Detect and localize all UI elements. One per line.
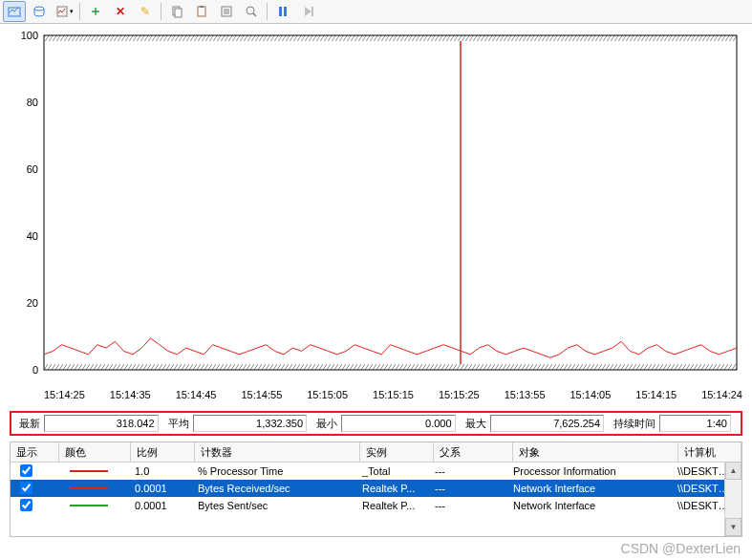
view-current-activity-button[interactable]: [3, 1, 26, 22]
svg-rect-2: [57, 7, 67, 16]
delete-counter-button[interactable]: ✕: [109, 1, 132, 22]
cell-counter: % Processor Time: [192, 465, 356, 477]
main-area: 020406080100 15:14:2515:14:3515:14:4515:…: [0, 24, 752, 537]
header-parent[interactable]: 父系: [434, 442, 513, 462]
show-checkbox[interactable]: [20, 499, 32, 511]
x-tick-label: 15:14:25: [44, 389, 85, 400]
cell-object: Network Interface: [507, 500, 672, 511]
svg-rect-17: [44, 35, 737, 41]
table-row[interactable]: 0.0001Bytes Received/secRealtek P...---N…: [11, 480, 741, 497]
stat-max-value: 7,625.254: [490, 415, 605, 432]
cell-scale: 0.0001: [129, 483, 192, 494]
x-tick-label: 15:13:55: [505, 389, 546, 400]
stat-latest-value: 318.042: [44, 415, 159, 432]
header-color[interactable]: 颜色: [59, 442, 131, 462]
cell-scale: 0.0001: [129, 500, 192, 511]
grid-scrollbar[interactable]: ▲ ▼: [724, 462, 741, 536]
svg-rect-15: [312, 7, 313, 16]
x-tick-label: 15:15:15: [373, 389, 414, 400]
color-swatch: [70, 505, 108, 506]
x-tick-label: 15:14:24: [701, 389, 742, 400]
stat-latest-label: 最新: [15, 417, 44, 431]
cell-object: Network Interface: [507, 483, 672, 494]
cell-parent: ---: [429, 500, 507, 511]
x-tick-label: 15:15:05: [307, 389, 348, 400]
stat-duration-value: 1:40: [659, 415, 731, 432]
cell-instance: Realtek P...: [356, 500, 429, 511]
show-checkbox[interactable]: [20, 464, 32, 477]
stat-avg-value: 1,332.350: [193, 415, 308, 432]
paste-button[interactable]: [190, 1, 213, 22]
cell-scale: 1.0: [129, 465, 192, 477]
statistics-bar: 最新 318.042 平均 1,332.350 最小 0.000 最大 7,62…: [10, 411, 742, 436]
toolbar-separator: [267, 3, 268, 20]
stat-min-value: 0.000: [341, 415, 456, 432]
add-counter-button[interactable]: ＋: [84, 1, 107, 22]
svg-rect-4: [175, 9, 182, 17]
svg-rect-18: [44, 364, 737, 370]
grid-header: 显示 颜色 比例 计数器 实例 父系 对象 计算机: [11, 442, 741, 463]
cell-parent: ---: [429, 465, 507, 477]
copy-button[interactable]: [165, 1, 188, 22]
svg-rect-14: [284, 7, 287, 16]
x-tick-label: 15:14:15: [635, 389, 677, 400]
svg-text:40: 40: [27, 230, 38, 242]
header-object[interactable]: 对象: [513, 442, 678, 462]
toolbar-separator: [161, 3, 161, 20]
svg-rect-16: [44, 35, 737, 370]
scroll-up-icon[interactable]: ▲: [725, 462, 741, 480]
svg-rect-13: [279, 7, 282, 16]
chart-area: 020406080100 15:14:2515:14:3515:14:4515:…: [10, 32, 742, 409]
line-chart[interactable]: 020406080100: [10, 32, 742, 387]
properties-button[interactable]: [215, 1, 238, 22]
cell-instance: _Total: [356, 465, 429, 477]
svg-text:20: 20: [27, 297, 38, 309]
freeze-display-button[interactable]: [271, 1, 294, 22]
svg-rect-5: [198, 7, 205, 16]
table-row[interactable]: 1.0% Processor Time_Total---Processor In…: [11, 463, 741, 480]
show-checkbox[interactable]: [20, 482, 32, 494]
x-tick-label: 15:14:45: [176, 389, 217, 400]
cell-instance: Realtek P...: [356, 483, 429, 494]
svg-text:60: 60: [27, 163, 38, 175]
grid-body: 1.0% Processor Time_Total---Processor In…: [11, 463, 741, 514]
header-counter[interactable]: 计数器: [195, 442, 360, 462]
counter-grid: 显示 颜色 比例 计数器 实例 父系 对象 计算机 1.0% Processor…: [10, 442, 742, 537]
x-tick-label: 15:14:35: [110, 389, 151, 400]
cell-counter: Bytes Received/sec: [192, 483, 356, 494]
header-show[interactable]: 显示: [11, 442, 59, 462]
cell-object: Processor Information: [507, 465, 672, 477]
header-instance[interactable]: 实例: [360, 442, 434, 462]
svg-point-11: [247, 7, 254, 14]
cell-counter: Bytes Sent/sec: [192, 500, 356, 511]
stat-duration-label: 持续时间: [610, 417, 659, 431]
stat-avg-label: 平均: [164, 417, 193, 431]
header-computer[interactable]: 计算机: [678, 442, 741, 462]
svg-text:0: 0: [32, 364, 38, 376]
x-tick-label: 15:14:05: [570, 389, 612, 400]
table-row[interactable]: 0.0001Bytes Sent/secRealtek P...---Netwo…: [11, 497, 741, 514]
toolbar: ▾ ＋ ✕ ✎: [0, 0, 752, 24]
view-log-data-button[interactable]: [28, 1, 51, 22]
header-scale[interactable]: 比例: [131, 442, 195, 462]
toolbar-separator: [79, 3, 80, 20]
x-axis-labels: 15:14:2515:14:3515:14:4515:14:5515:15:05…: [10, 387, 742, 404]
scroll-down-icon[interactable]: ▼: [725, 518, 741, 536]
zoom-button[interactable]: [240, 1, 263, 22]
x-tick-label: 15:15:25: [439, 389, 480, 400]
x-tick-label: 15:14:55: [241, 389, 282, 400]
svg-point-1: [34, 7, 44, 11]
cell-parent: ---: [429, 483, 507, 494]
color-swatch: [70, 487, 108, 489]
chart-type-button[interactable]: ▾: [53, 1, 75, 22]
update-data-button[interactable]: [296, 1, 319, 22]
stat-max-label: 最大: [462, 417, 490, 431]
svg-text:80: 80: [27, 97, 38, 108]
color-swatch: [70, 470, 108, 472]
svg-line-12: [253, 13, 256, 16]
highlight-counter-button[interactable]: ✎: [134, 1, 157, 22]
stat-min-label: 最小: [312, 417, 341, 431]
svg-rect-6: [200, 6, 204, 8]
svg-text:100: 100: [21, 32, 38, 41]
